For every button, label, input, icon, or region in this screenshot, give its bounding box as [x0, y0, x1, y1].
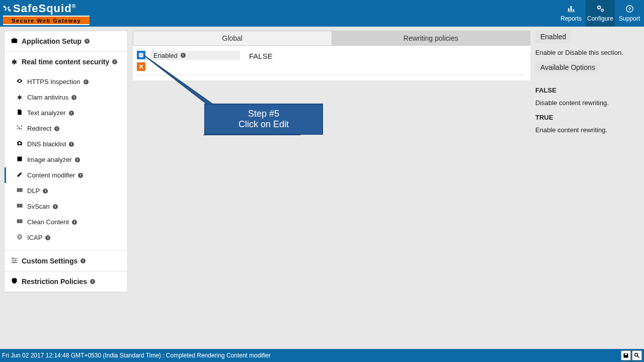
- barcode-icon: [15, 218, 24, 226]
- sidebar-item-content-modifier[interactable]: Content modifieri: [5, 167, 127, 183]
- info-icon: i: [112, 59, 117, 64]
- sidebar-custom[interactable]: Custom Settings i: [5, 251, 127, 271]
- gears-icon: [597, 5, 604, 14]
- info-icon: i: [80, 258, 86, 263]
- info-icon: i: [181, 53, 186, 58]
- chart-icon: [568, 5, 575, 14]
- help-false-desc: Disable content rewriting.: [535, 99, 635, 107]
- logo-area: SafeSquid® Secure Web Gateway: [0, 2, 90, 25]
- setting-row-enabled: Enabledi FALSE: [137, 51, 526, 75]
- edit-icon: [15, 171, 24, 179]
- help-true-name: TRUE: [535, 114, 635, 121]
- info-icon: i: [43, 189, 48, 194]
- help-false-name: FALSE: [535, 86, 635, 94]
- svg-point-4: [635, 353, 638, 356]
- status-bar: Fri Jun 02 2017 12:14:48 GMT+0530 (India…: [0, 349, 644, 362]
- cog-icon: [15, 234, 24, 241]
- info-icon: i: [54, 126, 59, 131]
- sidebar-item-icap[interactable]: ICAPi: [5, 230, 127, 245]
- question-icon: ?: [626, 5, 633, 14]
- file-text-icon: [15, 109, 24, 117]
- barcode-icon: [15, 203, 24, 210]
- top-nav: Reports Configure ? Support: [556, 0, 644, 27]
- sidebar: Application Setup i ✱ Real time content …: [4, 31, 128, 293]
- sliders-icon: [10, 257, 19, 265]
- shield-icon: [10, 278, 19, 286]
- nav-support[interactable]: ? Support: [615, 0, 644, 27]
- sidebar-app-setup[interactable]: Application Setup i: [5, 31, 127, 51]
- tab-rewriting-policies[interactable]: Rewriting policies: [332, 31, 530, 45]
- tab-global[interactable]: Global: [133, 31, 332, 45]
- help-true-desc: Enable content rewriting.: [535, 126, 635, 134]
- edit-button[interactable]: [137, 51, 145, 59]
- status-text: Fri Jun 02 2017 12:14:48 GMT+0530 (India…: [2, 352, 271, 359]
- info-icon: i: [78, 173, 83, 178]
- sidebar-item-clam[interactable]: ✱Clam antivirusi: [5, 89, 127, 105]
- sidebar-item-clean[interactable]: Clean Contenti: [5, 214, 127, 230]
- picture-icon: [15, 156, 24, 163]
- sidebar-item-dlp[interactable]: DLPi: [5, 183, 127, 199]
- delete-button[interactable]: [137, 62, 145, 71]
- help-desc: Enable or Disable this section.: [535, 49, 635, 56]
- eye-icon: [15, 78, 24, 85]
- info-icon: i: [69, 142, 74, 147]
- info-icon: i: [72, 220, 77, 225]
- tagline: Secure Web Gateway: [3, 16, 90, 25]
- briefcase-icon: [10, 37, 19, 45]
- sidebar-item-image[interactable]: Image analyzeri: [5, 152, 127, 167]
- info-icon: i: [90, 279, 95, 284]
- search-icon-button[interactable]: [632, 350, 642, 360]
- info-icon: i: [71, 95, 76, 100]
- app-header: SafeSquid® Secure Web Gateway Reports Co…: [0, 0, 644, 27]
- info-icon: i: [75, 157, 80, 162]
- svg-text:?: ?: [628, 7, 631, 12]
- content-tabs: Global Rewriting policies: [133, 31, 530, 46]
- asterisk-icon: ✱: [15, 94, 24, 101]
- info-icon: i: [84, 79, 89, 84]
- info-icon: i: [45, 235, 50, 240]
- shuffle-icon: [15, 125, 24, 132]
- asterisk-icon: ✱: [10, 58, 19, 66]
- camera-icon: [15, 140, 24, 148]
- info-icon: i: [53, 204, 58, 209]
- info-icon: i: [69, 111, 74, 116]
- brand-name: SafeSquid®: [13, 2, 76, 15]
- sidebar-item-https[interactable]: HTTPS Inspectioni: [5, 74, 127, 89]
- sidebar-item-redirect[interactable]: Redirecti: [5, 121, 127, 136]
- setting-value: FALSE: [240, 51, 282, 61]
- sidebar-item-svscan[interactable]: SvScani: [5, 199, 127, 214]
- nav-reports[interactable]: Reports: [556, 0, 586, 27]
- logo-icon: [2, 4, 12, 14]
- help-options-badge: Available Options: [535, 61, 600, 73]
- sidebar-item-dns[interactable]: DNS blacklisti: [5, 136, 127, 152]
- help-enabled-badge: Enabled: [535, 31, 571, 43]
- nav-configure[interactable]: Configure: [586, 0, 615, 27]
- sidebar-restriction[interactable]: Restriction Policies i: [5, 272, 127, 292]
- sidebar-item-text[interactable]: Text analyzeri: [5, 105, 127, 121]
- barcode-icon: [15, 187, 24, 195]
- save-icon-button[interactable]: [621, 350, 631, 360]
- info-icon: i: [85, 39, 90, 44]
- setting-label: Enabledi: [150, 51, 240, 60]
- sidebar-realtime[interactable]: ✱ Real time content security i: [5, 52, 127, 72]
- help-panel: Enabled Enable or Disable this section. …: [530, 31, 640, 293]
